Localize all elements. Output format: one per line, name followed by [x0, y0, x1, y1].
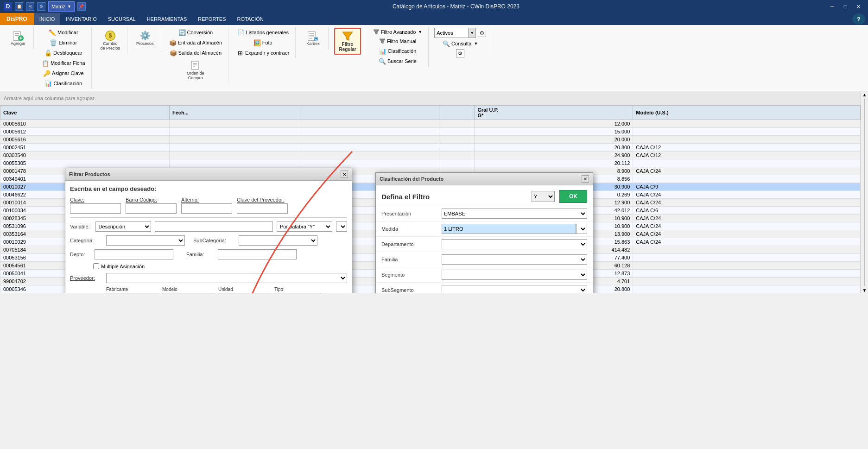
svg-rect-12: [308, 32, 315, 40]
cambio-precios-btn[interactable]: $ Cambio de Precios: [97, 28, 124, 53]
por-palabra-select[interactable]: Por palabra "Y": [277, 221, 332, 232]
right-scrollbar[interactable]: ▲ ▼: [861, 91, 868, 293]
conversion-btn[interactable]: 🔄 Conversión: [176, 28, 215, 37]
fabricante-select[interactable]: [106, 293, 150, 293]
variable-select[interactable]: Descripción: [95, 221, 151, 232]
scroll-down[interactable]: ▼: [862, 287, 868, 293]
proveedor-select[interactable]: [106, 273, 347, 283]
toolbar-icon-3[interactable]: ⚙: [37, 2, 45, 11]
filtro-manual-label: Filtro Manual: [387, 38, 417, 44]
filtro-manual-btn[interactable]: Filtro Manual: [377, 37, 419, 45]
unidad-arrow[interactable]: ▼: [262, 293, 271, 293]
activos-arrow[interactable]: ▼: [468, 28, 475, 38]
agregar-btn[interactable]: Agregar: [6, 28, 30, 48]
help-icon[interactable]: ?: [852, 13, 865, 25]
minimize-btn[interactable]: ─: [826, 1, 838, 12]
modificar-ficha-btn[interactable]: 📋 Modificar Ficha: [39, 58, 88, 68]
depto-input[interactable]: [95, 249, 173, 259]
modificar-btn[interactable]: ✏️ Modificar: [46, 28, 81, 37]
foto-btn[interactable]: 🖼️ Foto: [251, 38, 275, 47]
subsegmento-select[interactable]: [442, 285, 587, 293]
table-row[interactable]: 00002451 20.800 CAJA C/12: [0, 144, 861, 152]
categoria-select[interactable]: [106, 235, 185, 246]
medida-input[interactable]: [442, 224, 576, 234]
table-row[interactable]: 00303540 24.900 CAJA C/12: [0, 152, 861, 159]
buscar-serie-btn[interactable]: 🔍 Buscar Serie: [376, 57, 419, 66]
filter-dialog-close[interactable]: ✕: [341, 171, 348, 178]
barra-input[interactable]: [126, 203, 177, 214]
app-icon[interactable]: D: [4, 2, 12, 11]
tipo-select[interactable]: [274, 293, 321, 293]
consulta-btn[interactable]: 🔍 Consulta ▼: [440, 39, 480, 48]
unidad-select[interactable]: [218, 293, 262, 293]
col-descripcion[interactable]: [300, 106, 439, 120]
cell-fecha: [169, 120, 300, 128]
consulta-arrow[interactable]: ▼: [474, 41, 478, 46]
menu-dispro[interactable]: DisPRO: [0, 13, 34, 25]
fabricante-arrow[interactable]: ▼: [150, 293, 158, 293]
procesos-btn[interactable]: ⚙️ Procesos: [133, 28, 157, 48]
col-clave[interactable]: Clave: [0, 106, 170, 120]
close-btn[interactable]: ✕: [852, 1, 864, 12]
filtro-avanzado-arrow[interactable]: ▼: [418, 30, 422, 34]
pin-icon[interactable]: 📌: [77, 2, 86, 11]
modelo-arrow[interactable]: ▼: [206, 293, 215, 293]
filtro-regular-btn[interactable]: Filtro Regular: [334, 28, 361, 55]
subcategoria-select[interactable]: [239, 235, 317, 246]
multiple-checkbox[interactable]: [93, 263, 99, 269]
alterno-input[interactable]: [181, 203, 232, 214]
filtro-avanzado-btn[interactable]: Filtro Avanzado ▼: [371, 28, 425, 36]
matrix-dropdown[interactable]: ▼: [67, 4, 71, 9]
col-fecha[interactable]: Fech...: [169, 106, 300, 120]
cell-modelo: [633, 159, 861, 167]
table-row[interactable]: 00005616 20.000: [0, 136, 861, 144]
segmento-select[interactable]: [442, 270, 587, 280]
por-palabra-arrow[interactable]: [336, 221, 347, 232]
desbloquear-btn[interactable]: 🔓 Desbloquear: [42, 48, 84, 57]
asignar-clave-btn[interactable]: 🔑 Asignar Clave: [41, 69, 86, 78]
familia-input[interactable]: [218, 249, 297, 259]
menu-inventario[interactable]: INVENTARIO: [60, 13, 102, 25]
table-row[interactable]: 00005612 15.000: [0, 128, 861, 136]
toolbar-icon-1[interactable]: 📋: [15, 2, 23, 11]
table-row[interactable]: 00005610 12.000: [0, 120, 861, 128]
scroll-up[interactable]: ▲: [862, 91, 868, 98]
table-row[interactable]: 00055305 20.112: [0, 159, 861, 167]
menu-reportes[interactable]: REPORTES: [192, 13, 231, 25]
medida-select[interactable]: [576, 224, 587, 234]
ok-btn[interactable]: OK: [559, 190, 587, 203]
modelo-select[interactable]: [162, 293, 206, 293]
menu-inicio[interactable]: INICIO: [34, 13, 61, 25]
clasificacion-btn[interactable]: 📊 Clasificación: [42, 79, 84, 88]
listados-btn[interactable]: 📄 Listados generales: [235, 28, 291, 37]
col-gral[interactable]: Gral U.P.G*: [475, 106, 633, 120]
familia-select[interactable]: [442, 254, 587, 265]
variable-text-input[interactable]: [155, 221, 273, 232]
clave-proveedor-input[interactable]: [237, 203, 288, 214]
extra-settings[interactable]: ⚙: [456, 49, 464, 57]
y-select[interactable]: Y: [532, 191, 555, 202]
col-modelo[interactable]: Modelo (U.S.): [633, 106, 861, 120]
maximize-btn[interactable]: □: [839, 1, 851, 12]
scroll-thumb[interactable]: [864, 99, 865, 286]
clasif-dialog-header[interactable]: Clasificación del Producto ✕: [376, 173, 593, 185]
departamento-select[interactable]: [442, 239, 587, 249]
menu-sucursal[interactable]: SUCURSAL: [102, 13, 141, 25]
activos-combo[interactable]: Activos ▼: [434, 28, 476, 38]
clave-input[interactable]: [70, 203, 121, 214]
activos-settings[interactable]: ⚙: [478, 29, 486, 37]
filter-dialog-header[interactable]: Filtrar Productos ✕: [65, 168, 352, 181]
orden-compra-btn[interactable]: Orden de Compra: [184, 58, 207, 82]
clasificacion2-btn[interactable]: 📊 Clasificación: [377, 46, 419, 56]
presentacion-select[interactable]: EMBASE: [442, 209, 587, 219]
menu-herramientas[interactable]: HERRAMIENTAS: [141, 13, 193, 25]
salida-almacen-btn[interactable]: 📦 Salida del Almacén: [167, 48, 224, 57]
entrada-almacen-btn[interactable]: 📦 Entrada al Almacén: [167, 38, 224, 47]
col-precio[interactable]: [439, 106, 475, 120]
clasif-dialog-close[interactable]: ✕: [582, 175, 589, 183]
menu-rotacion[interactable]: ROTACIÓN: [232, 13, 269, 25]
toolbar-icon-2[interactable]: 🖨: [26, 2, 34, 11]
expandir-btn[interactable]: ⊞ Expandir y contraer: [234, 48, 291, 57]
eliminar-btn[interactable]: 🗑️ Eliminar: [47, 38, 79, 47]
kardex-btn[interactable]: Σ Kardex: [301, 28, 324, 48]
